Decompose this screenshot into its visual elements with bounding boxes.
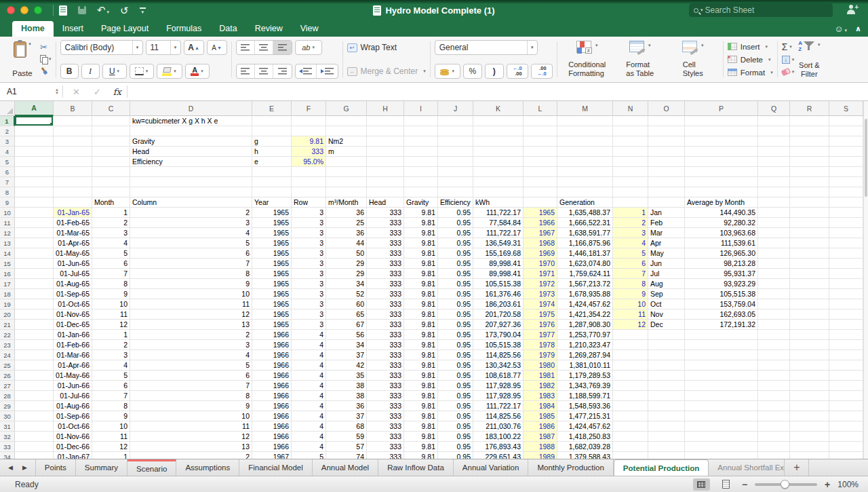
cell[interactable] (758, 309, 790, 320)
column-header[interactable]: O (648, 101, 685, 116)
currency-format-button[interactable]: ▾ (435, 64, 460, 79)
row-header[interactable]: 5 (0, 157, 15, 167)
cell[interactable] (685, 177, 758, 187)
row-header[interactable]: 21 (0, 320, 15, 330)
cell[interactable] (790, 381, 829, 391)
cell[interactable]: Mar (648, 228, 685, 238)
cell[interactable]: 93,923.29 (685, 279, 758, 289)
cell[interactable]: 1989 (524, 452, 557, 459)
row-header[interactable]: 25 (0, 360, 15, 371)
save-icon[interactable] (78, 6, 86, 14)
cell[interactable]: 1965 (252, 218, 292, 228)
cell[interactable]: 01-Jun-65 (54, 259, 92, 269)
cell[interactable]: kw=cubicmeter X g X h X e (130, 116, 252, 126)
cell[interactable]: 01-Dec-65 (54, 320, 92, 330)
percent-format-button[interactable]: % (463, 64, 482, 79)
cell[interactable] (130, 187, 252, 197)
row-header[interactable]: 34 (0, 452, 15, 459)
cell[interactable]: 333 (367, 208, 404, 218)
cell[interactable] (92, 187, 130, 197)
name-box[interactable]: A1 ▲▼ (0, 83, 62, 100)
cell[interactable] (15, 197, 54, 208)
cell[interactable] (15, 391, 54, 401)
cell[interactable]: 9.81 (404, 411, 438, 421)
cell[interactable]: 9.81 (404, 442, 438, 452)
cell[interactable]: Efficiency (438, 197, 473, 208)
cell[interactable]: 1966 (252, 350, 292, 360)
cell[interactable] (790, 360, 829, 371)
cell[interactable]: 11 (130, 299, 252, 309)
cell[interactable]: 9.81 (404, 452, 438, 459)
cell[interactable] (758, 187, 790, 197)
cell[interactable]: 11 (92, 432, 130, 442)
increase-indent-button[interactable] (317, 64, 338, 78)
cell[interactable]: 01-Mar-65 (54, 228, 92, 238)
cell[interactable] (557, 126, 613, 136)
cell[interactable]: 111,722.17 (473, 228, 524, 238)
cell[interactable] (326, 177, 367, 187)
row-header[interactable]: 8 (0, 187, 15, 197)
row-header[interactable]: 4 (0, 147, 15, 157)
cell[interactable]: 59 (326, 432, 367, 442)
cell[interactable] (758, 401, 790, 411)
cell[interactable] (790, 309, 829, 320)
cell[interactable]: 4 (292, 391, 326, 401)
cell[interactable]: 29 (326, 269, 367, 279)
cell[interactable]: m³/Month (326, 197, 367, 208)
row-header[interactable]: 3 (0, 136, 15, 147)
cell[interactable]: 42 (326, 360, 367, 371)
cell[interactable]: 9.81 (404, 421, 438, 432)
cell[interactable]: 5 (292, 452, 326, 459)
cell[interactable] (15, 371, 54, 381)
cell[interactable]: 01-May-65 (54, 248, 92, 259)
cell[interactable]: 333 (292, 147, 326, 157)
cell[interactable] (92, 126, 130, 136)
cell[interactable]: 0.95 (438, 259, 473, 269)
cell[interactable]: Column (130, 197, 252, 208)
cell[interactable] (92, 157, 130, 167)
cell[interactable] (404, 157, 438, 167)
cell[interactable] (54, 167, 92, 177)
cell[interactable]: 4 (292, 421, 326, 432)
cell[interactable]: 1965 (252, 228, 292, 238)
add-sheet-button[interactable]: + (785, 459, 809, 476)
cell[interactable] (829, 177, 863, 187)
sheet-tab-annual-model[interactable]: Annual Model (313, 459, 378, 476)
tab-review[interactable]: Review (246, 21, 292, 37)
cell[interactable]: 114,825.56 (473, 350, 524, 360)
cell[interactable] (54, 147, 92, 157)
normal-view-button[interactable] (693, 478, 710, 491)
cell[interactable] (648, 432, 685, 442)
cell[interactable]: 9.81 (404, 330, 438, 340)
cell[interactable] (790, 228, 829, 238)
cell[interactable]: 0.95 (438, 299, 473, 309)
cell[interactable]: 29 (326, 259, 367, 269)
cell[interactable]: 333 (367, 269, 404, 279)
cell[interactable]: 161,376.46 (473, 289, 524, 299)
cell[interactable]: 4 (292, 432, 326, 442)
cell[interactable]: 12 (130, 309, 252, 320)
cell[interactable]: 92,280.32 (685, 218, 758, 228)
cell[interactable]: 1,635,488.37 (557, 208, 613, 218)
zoom-slider-knob[interactable] (781, 480, 789, 489)
cell[interactable] (758, 371, 790, 381)
cell[interactable]: 11 (92, 309, 130, 320)
cell[interactable]: 6 (92, 259, 130, 269)
cell[interactable]: Row (292, 197, 326, 208)
cell[interactable]: 5 (130, 360, 252, 371)
cell[interactable]: 183,100.22 (473, 432, 524, 442)
cell[interactable]: 1,446,181.37 (557, 248, 613, 259)
cell[interactable]: 155,169.68 (473, 248, 524, 259)
cell[interactable]: 3 (292, 248, 326, 259)
cell[interactable] (829, 371, 863, 381)
cell[interactable]: 8 (92, 279, 130, 289)
row-header[interactable]: 7 (0, 177, 15, 187)
cell[interactable]: 1968 (524, 238, 557, 248)
cell[interactable]: 105,515.38 (473, 279, 524, 289)
fill-color-button[interactable]: ▾ (157, 64, 182, 79)
cell[interactable]: 1,287,908.30 (557, 320, 613, 330)
cell[interactable]: 3 (130, 218, 252, 228)
cell[interactable]: 1976 (524, 320, 557, 330)
cell[interactable]: 333 (367, 442, 404, 452)
cell[interactable]: 8 (130, 269, 252, 279)
